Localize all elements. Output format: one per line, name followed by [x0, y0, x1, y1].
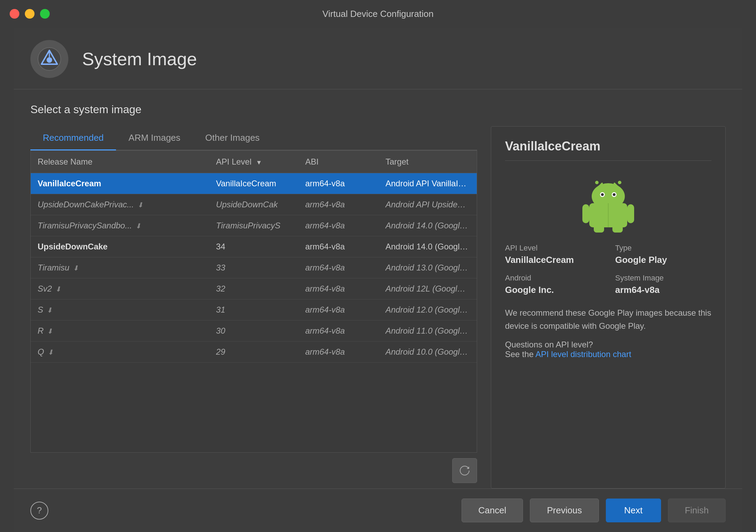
table-row[interactable]: UpsideDownCakePrivac...⬇UpsideDownCakarm… — [31, 194, 477, 215]
svg-point-2 — [47, 57, 52, 63]
cell-release-name: Tiramisu⬇ — [31, 257, 209, 278]
app-logo — [30, 40, 68, 78]
cell-abi: arm64-v8a — [298, 173, 379, 194]
api-level-item: API Level VanillaIceCream — [505, 244, 601, 265]
left-panel: Recommended ARM Images Other Images Rele… — [30, 126, 477, 489]
cell-target: Android 14.0 (Google Play) — [379, 236, 477, 257]
col-header-api-level[interactable]: API Level ▼ — [209, 151, 298, 173]
finish-button[interactable]: Finish — [668, 499, 726, 522]
cancel-button[interactable]: Cancel — [462, 499, 523, 522]
cell-abi: arm64-v8a — [298, 299, 379, 321]
svg-rect-16 — [594, 225, 604, 233]
api-level-label: API Level — [505, 244, 601, 253]
table-header-row: Release Name API Level ▼ ABI Target — [31, 151, 477, 173]
cell-abi: arm64-v8a — [298, 278, 379, 299]
tab-other-images[interactable]: Other Images — [193, 126, 272, 150]
android-label: Android — [505, 274, 601, 283]
android-value: Google Inc. — [505, 285, 601, 295]
cell-target: Android API VanillaIceCream (Goo — [379, 173, 477, 194]
table-row[interactable]: Q⬇29arm64-v8aAndroid 10.0 (Google Play) — [31, 342, 477, 363]
cell-release-name: VanillaIceCream — [31, 173, 209, 194]
cell-target: Android 12L (Google Play) — [379, 278, 477, 299]
system-image-label: System Image — [615, 274, 711, 283]
minimize-button[interactable] — [25, 9, 35, 19]
cell-release-name: UpsideDownCakePrivac...⬇ — [31, 194, 209, 215]
table-footer — [30, 453, 477, 489]
system-image-value: arm64-v8a — [615, 285, 711, 295]
download-icon[interactable]: ⬇ — [47, 306, 52, 314]
cell-api-level: 32 — [209, 278, 298, 299]
download-icon[interactable]: ⬇ — [55, 285, 61, 293]
cell-release-name: Sv2⬇ — [31, 278, 209, 299]
api-question-text: Questions on API level? See the API leve… — [505, 340, 711, 359]
refresh-icon — [459, 465, 470, 476]
cell-abi: arm64-v8a — [298, 257, 379, 278]
android-robot-icon — [581, 177, 636, 233]
cell-api-level: VanillaIceCream — [209, 173, 298, 194]
tab-arm-images[interactable]: ARM Images — [116, 126, 193, 150]
svg-rect-14 — [582, 204, 589, 223]
col-header-release-name: Release Name — [31, 151, 209, 173]
table-row[interactable]: Tiramisu⬇33arm64-v8aAndroid 13.0 (Google… — [31, 257, 477, 278]
cell-release-name: R⬇ — [31, 321, 209, 342]
help-button[interactable]: ? — [30, 502, 48, 520]
svg-rect-17 — [612, 225, 623, 233]
cell-release-name: Q⬇ — [31, 342, 209, 363]
cell-abi: arm64-v8a — [298, 342, 379, 363]
previous-button[interactable]: Previous — [530, 499, 599, 522]
cell-release-name: UpsideDownCake — [31, 236, 209, 257]
col-header-target: Target — [379, 151, 477, 173]
cell-target: Android API UpsideDownCakePri — [379, 194, 477, 215]
download-icon[interactable]: ⬇ — [73, 264, 79, 272]
cell-target: Android 14.0 (Google Play) — [379, 215, 477, 236]
detail-panel: VanillaIceCream — [491, 126, 726, 489]
table-row[interactable]: TiramisuPrivacySandbo...⬇TiramisuPrivacy… — [31, 215, 477, 236]
download-icon[interactable]: ⬇ — [47, 327, 53, 335]
next-button[interactable]: Next — [606, 499, 661, 522]
download-icon[interactable]: ⬇ — [48, 348, 54, 356]
cell-api-level: 33 — [209, 257, 298, 278]
cell-target: Android 11.0 (Google Play) — [379, 321, 477, 342]
cell-api-level: 31 — [209, 299, 298, 321]
window-title: Virtual Device Configuration — [322, 9, 434, 19]
table-row[interactable]: S⬇31arm64-v8aAndroid 12.0 (Google Play) — [31, 299, 477, 321]
svg-point-11 — [595, 181, 599, 184]
info-grid: API Level VanillaIceCream Type Google Pl… — [505, 244, 711, 295]
api-distribution-link[interactable]: API level distribution chart — [535, 349, 631, 359]
bottom-bar: ? Cancel Previous Next Finish — [14, 489, 742, 532]
svg-point-13 — [618, 181, 621, 184]
sort-arrow-icon: ▼ — [256, 159, 262, 166]
cell-release-name: S⬇ — [31, 299, 209, 321]
title-bar: Virtual Device Configuration — [0, 0, 756, 28]
maximize-button[interactable] — [40, 9, 50, 19]
type-item: Type Google Play — [615, 244, 711, 265]
table-row[interactable]: Sv2⬇32arm64-v8aAndroid 12L (Google Play) — [31, 278, 477, 299]
main-window: System Image Select a system image Recom… — [14, 28, 742, 532]
table-row[interactable]: VanillaIceCreamVanillaIceCreamarm64-v8aA… — [31, 173, 477, 194]
cell-abi: arm64-v8a — [298, 194, 379, 215]
cell-abi: arm64-v8a — [298, 215, 379, 236]
download-icon[interactable]: ⬇ — [135, 222, 141, 230]
cell-release-name: TiramisuPrivacySandbo...⬇ — [31, 215, 209, 236]
android-studio-icon — [37, 47, 61, 71]
section-title: Select a system image — [30, 103, 726, 116]
cell-api-level: 34 — [209, 236, 298, 257]
cell-api-level: 30 — [209, 321, 298, 342]
recommendation-description: We recommend these Google Play images be… — [505, 306, 711, 333]
tab-recommended[interactable]: Recommended — [30, 126, 116, 150]
download-icon[interactable]: ⬇ — [137, 201, 143, 209]
refresh-button[interactable] — [452, 458, 477, 483]
svg-point-8 — [601, 193, 604, 196]
android-robot-container — [505, 177, 711, 233]
detail-title: VanillaIceCream — [505, 139, 711, 161]
system-image-table[interactable]: Release Name API Level ▼ ABI Target Vani… — [30, 150, 477, 453]
type-label: Type — [615, 244, 711, 253]
cell-api-level: TiramisuPrivacyS — [209, 215, 298, 236]
cell-api-level: 29 — [209, 342, 298, 363]
close-button[interactable] — [10, 9, 19, 19]
type-value: Google Play — [615, 255, 711, 265]
table-row[interactable]: R⬇30arm64-v8aAndroid 11.0 (Google Play) — [31, 321, 477, 342]
content-area: Select a system image Recommended ARM Im… — [14, 89, 742, 489]
cell-target: Android 10.0 (Google Play) — [379, 342, 477, 363]
table-row[interactable]: UpsideDownCake34arm64-v8aAndroid 14.0 (G… — [31, 236, 477, 257]
